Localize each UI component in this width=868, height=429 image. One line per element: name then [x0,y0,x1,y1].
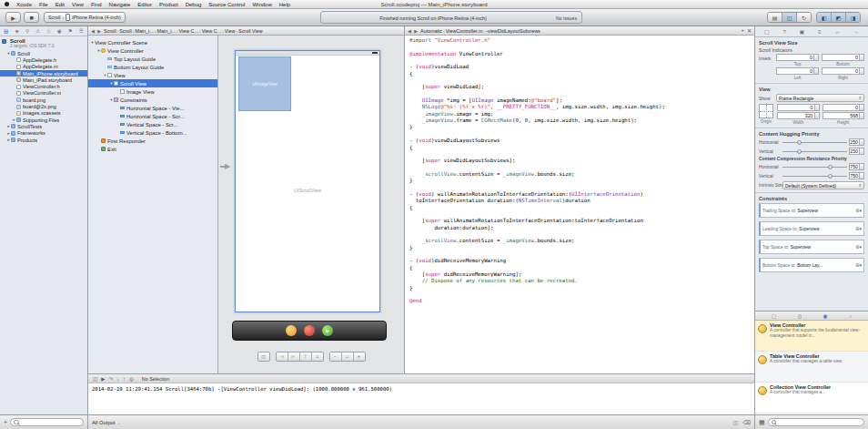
continue-button[interactable]: ▶ [101,376,105,382]
nav-item-viewcontroller-h[interactable]: ViewController.h [0,83,87,89]
zoom-out-button[interactable]: − [330,352,342,361]
add-button[interactable]: + [4,419,7,425]
outline-item-first-responder[interactable]: First Responder [88,137,217,145]
debug-area-toggle-button[interactable]: ◩ [832,13,846,22]
size-inspector-tab[interactable]: ↔ [834,29,840,35]
source-editor[interactable]: #import "ViewController.h" @implementati… [405,36,755,373]
outline-item-bottom-layout-guide[interactable]: Bottom Layout Guide [88,63,217,71]
back-forward-buttons[interactable]: ◀ ▶ [91,28,102,34]
stepper[interactable] [859,68,863,74]
constraint-leading-space-to-superview[interactable]: Leading Space to: Superview⚙▾ [759,221,864,236]
console-area[interactable]: 2014-02-19 11:29:41.154 Scroll[3464:70b]… [88,383,755,414]
outline-item-view-controller-scene[interactable]: ▾View Controller Scene [88,38,217,46]
menu-help[interactable]: Help [276,2,294,7]
menu-source-control[interactable]: Source Control [205,2,248,7]
outline-item-top-layout-guide[interactable]: Top Layout Guide [88,55,217,63]
width-field[interactable]: 320 [777,112,820,119]
search-navigator-tab[interactable]: ⚲ [25,28,29,34]
hide-debug-area-button[interactable]: ◫ [93,376,97,382]
crumb-viewdidlayoutsubviews[interactable]: -viewDidLayoutSubviews [486,28,540,34]
menu-file[interactable]: File [35,2,52,7]
outline-item-vertical-space-scr[interactable]: Vertical Space - Scr... [88,120,217,128]
crumb-automatic[interactable]: Automatic [420,28,442,34]
scheme-selector[interactable]: Scroll › iPhone Retina (4-inch) [44,12,126,23]
step-out-button[interactable]: ↑ [123,376,126,382]
debug-location-button[interactable]: ◎ [129,376,134,382]
gear-icon[interactable]: ⚙▾ [855,244,862,250]
outline-item-constraints[interactable]: ▾Constraints [88,96,217,104]
menu-debug[interactable]: Debug [182,2,206,7]
library-item-collection-view-controller[interactable]: Collection View ControllerA controller t… [755,383,868,414]
nav-item-scroll[interactable]: ▾Scroll [0,50,87,56]
symbol-navigator-tab[interactable]: ◈ [15,28,18,34]
stepper[interactable] [859,148,863,154]
origin-selector[interactable] [759,104,773,118]
clear-console-button[interactable]: ⌫ [743,419,751,425]
stop-button[interactable]: ■ [24,12,39,23]
hugging-vertical-slider[interactable] [782,148,847,155]
orange-button[interactable] [286,325,297,336]
menu-find[interactable]: Find [87,2,106,7]
stepper[interactable] [814,105,819,110]
nav-item-frameworks[interactable]: ▸Frameworks [0,130,87,137]
outline-item-scroll-view[interactable]: ▾Scroll View [88,79,217,87]
view-controller-scene[interactable]: UIImageView UIScrollView [235,50,380,312]
intrinsic-size-popup[interactable]: Default (System Defined)⇕ [782,181,864,189]
inset-top-field[interactable]: 0 [776,54,819,61]
compression-horizontal-field[interactable]: 750 [849,163,864,170]
nav-item-main-ipad-storyboard[interactable]: Main_iPad.storyboard [0,77,87,83]
identity-inspector-tab[interactable]: ▣ [800,28,805,35]
constraint-top-space-to-superview[interactable]: Top Space to: Superview⚙▾ [759,240,864,254]
close-assistant-button[interactable]: ✕ [747,27,752,34]
zoom-100-button[interactable]: □ [342,352,354,361]
outline-item-view[interactable]: ▾View [88,71,217,79]
nav-item-appdelegate-h[interactable]: AppDelegate.h [0,56,87,63]
add-assistant-button[interactable]: + [741,27,744,34]
nav-item-scrolltests[interactable]: ▸ScrollTests [0,123,87,129]
utilities-toggle-button[interactable]: ◨ [846,13,860,22]
navigator-toggle-button[interactable]: ◧ [817,13,832,22]
nav-item-appdelegate-m[interactable]: AppDelegate.m [0,64,87,70]
test-navigator-tab[interactable]: ◇ [46,28,50,34]
stepper[interactable] [859,105,863,110]
stepper[interactable] [859,55,863,60]
menu-product[interactable]: Product [156,2,182,7]
menu-window[interactable]: Window [248,2,275,7]
menu-editor[interactable]: Editor [134,2,156,7]
inset-right-field[interactable]: 0 [822,67,864,75]
compression-vertical-slider[interactable] [782,173,847,179]
console-scope-selector[interactable]: All Output ⌄ [92,420,121,425]
crumb-scroll-view[interactable]: Scroll View [238,28,263,34]
attributes-inspector-tab[interactable]: ≡ [818,29,822,35]
connections-inspector-tab[interactable]: → [853,29,859,35]
crumb-view[interactable]: View [225,28,236,34]
menu-edit[interactable]: Edit [52,2,68,7]
outline-toggle-button[interactable]: ◫ [258,352,269,361]
nav-item-main-iphone-storyboard[interactable]: Main_iPhone.storyboard [0,70,87,77]
snippet-library-tab[interactable]: {} [798,313,802,319]
gear-icon[interactable]: ⚙▾ [855,262,862,268]
crumb-viewcontroller-m[interactable]: ViewController.m [446,28,483,34]
stepper[interactable] [859,173,863,179]
outline-item-view-controller[interactable]: ▾View Controller [88,46,217,55]
stepper[interactable] [813,55,818,60]
library-item-table-view-controller[interactable]: Table View ControllerA controller that m… [755,352,868,383]
image-view[interactable]: UIImageView [238,56,291,111]
nav-item-images-xcassets[interactable]: Images.xcassets [0,110,87,117]
menu-navigate[interactable]: Navigate [106,2,135,7]
stepper[interactable] [859,164,863,169]
crumb-view-c[interactable]: View C... [179,28,198,34]
project-navigator-tab[interactable]: ▤ [4,28,8,34]
stepper[interactable] [814,113,819,118]
debug-navigator-tab[interactable]: ◉ [57,28,62,34]
navigator-filter-field[interactable] [10,418,84,426]
outline-item-vertical-space-bottom[interactable]: Vertical Space - Bottom... [88,128,217,137]
menu-xcode[interactable]: Xcode [13,2,35,7]
outline-item-exit[interactable]: Exit [88,145,217,153]
nav-item-board-png[interactable]: board.png [0,97,87,103]
standard-editor-button[interactable]: ▤ [768,13,782,22]
step-into-button[interactable]: ↓ [116,376,119,382]
object-library-tab[interactable]: ◉ [823,313,828,319]
outline-item-horizontal-space-vie[interactable]: Horizontal Space - Vie... [88,104,217,112]
stepper[interactable] [859,139,863,145]
